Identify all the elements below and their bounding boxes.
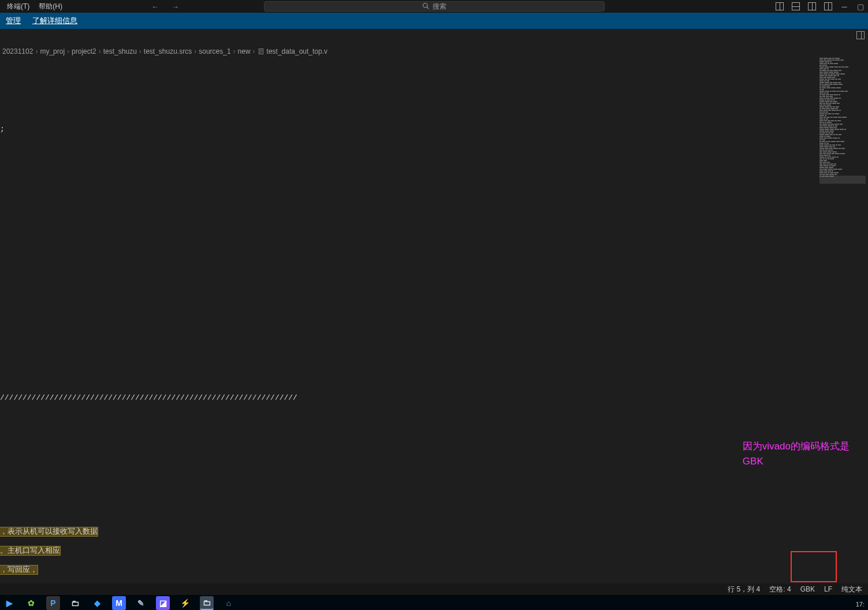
crumb-3[interactable]: test_shuzu: [103, 47, 137, 55]
menu-help[interactable]: 帮助(H): [34, 1, 67, 13]
taskbar: ▶ ✿ P 🗀 ◆ M ✎ ◪ ⚡ 🗀 ⌂ 17:: [0, 595, 868, 610]
search-placeholder: 搜索: [433, 2, 446, 12]
notification-bar: 管理 了解详细信息: [0, 13, 868, 29]
file-icon: [258, 48, 265, 55]
layout-grid-icon[interactable]: [824, 2, 832, 10]
breadcrumb: 20231102› my_proj› project2› test_shuzu›…: [0, 45, 868, 58]
taskbar-app-icon[interactable]: 🗀: [68, 596, 82, 610]
svg-line-1: [427, 7, 429, 9]
menu-terminal[interactable]: 终端(T): [2, 1, 34, 13]
status-eol[interactable]: LF: [824, 585, 832, 593]
taskbar-clock[interactable]: 17:: [856, 601, 865, 608]
taskbar-app-icon[interactable]: ▶: [2, 596, 16, 610]
code-comment: ，表示从机可以接收写入数据: [0, 527, 98, 536]
layout-left-icon[interactable]: [776, 2, 784, 10]
code-comment: 。主机口写入相应: [0, 546, 60, 555]
chevron-right-icon: ›: [99, 47, 101, 55]
titlebar: 终端(T) 帮助(H) ← → 搜索 ─ ▢: [0, 0, 868, 13]
status-spaces[interactable]: 空格: 4: [769, 585, 791, 594]
crumb-5[interactable]: sources_1: [199, 47, 230, 55]
taskbar-app-icon[interactable]: P: [46, 596, 60, 610]
search-input[interactable]: 搜索: [264, 1, 605, 12]
crumb-2[interactable]: project2: [72, 47, 96, 55]
taskbar-app-icon[interactable]: 🗀: [200, 596, 214, 610]
search-icon: [422, 2, 429, 11]
minimap-slider[interactable]: [819, 176, 866, 184]
taskbar-app-icon[interactable]: ✎: [134, 596, 148, 610]
manage-link[interactable]: 管理: [6, 16, 21, 26]
crumb-file[interactable]: test_data_out_top.v: [267, 47, 327, 55]
editor[interactable]: ; //////////////////////////////////////…: [0, 58, 868, 583]
maximize-icon[interactable]: ▢: [856, 2, 865, 10]
taskbar-app-icon[interactable]: ✿: [24, 596, 38, 610]
code-line: ;: [0, 125, 297, 135]
taskbar-app-icon[interactable]: ⚡: [178, 596, 192, 610]
toggle-secondary-sidebar-icon[interactable]: [856, 31, 865, 39]
nav-forward-icon[interactable]: →: [168, 1, 182, 12]
chevron-right-icon: ›: [67, 47, 69, 55]
code-line: ////////////////////////////////////////…: [0, 393, 297, 403]
annotation-highlight-box: [791, 551, 837, 582]
annotation-text: 因为vivado的编码格式是 GBK: [743, 439, 850, 469]
taskbar-app-icon[interactable]: ◆: [90, 596, 104, 610]
tab-area: [0, 29, 868, 45]
status-linecol[interactable]: 行 5，列 4: [728, 585, 760, 594]
code-comment: ，写回应，: [0, 566, 38, 574]
layout-bottom-icon[interactable]: [792, 2, 800, 10]
crumb-6[interactable]: new: [238, 47, 251, 55]
nav-arrows: ← →: [148, 1, 182, 12]
learn-more-link[interactable]: 了解详细信息: [32, 16, 77, 26]
chevron-right-icon: ›: [233, 47, 236, 55]
crumb-0[interactable]: 20231102: [2, 47, 33, 55]
chevron-right-icon: ›: [194, 47, 196, 55]
layout-right-icon[interactable]: [808, 2, 816, 10]
nav-back-icon[interactable]: ←: [148, 1, 162, 12]
editor-content: ; //////////////////////////////////////…: [0, 58, 297, 583]
minimap[interactable]: [819, 58, 866, 191]
minimize-icon[interactable]: ─: [840, 2, 848, 10]
statusbar: 行 5，列 4 空格: 4 GBK LF 纯文本: [0, 583, 868, 595]
status-encoding[interactable]: GBK: [800, 585, 815, 593]
taskbar-app-icon[interactable]: M: [112, 596, 126, 610]
chevron-right-icon: ›: [139, 47, 141, 55]
taskbar-vscode-icon[interactable]: ⌂: [222, 596, 236, 610]
titlebar-controls: ─ ▢: [776, 2, 865, 10]
status-language[interactable]: 纯文本: [841, 585, 862, 594]
svg-point-0: [423, 3, 427, 8]
crumb-1[interactable]: my_proj: [40, 47, 65, 55]
chevron-right-icon: ›: [35, 47, 38, 55]
crumb-4[interactable]: test_shuzu.srcs: [144, 47, 192, 55]
chevron-right-icon: ›: [253, 47, 255, 55]
taskbar-app-icon[interactable]: ◪: [156, 596, 170, 610]
